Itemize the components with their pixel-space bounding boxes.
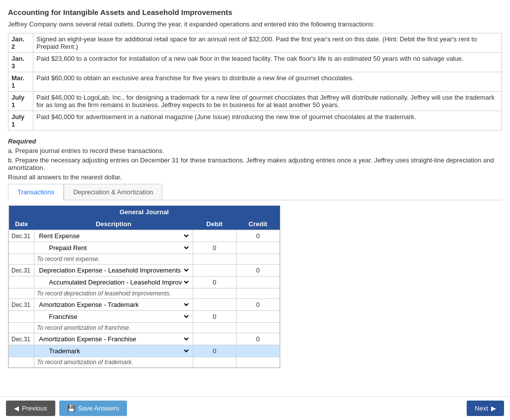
journal-date — [9, 288, 34, 299]
journal-date — [9, 311, 34, 323]
transaction-description: Paid $23,600 to a contractor for install… — [33, 53, 502, 72]
journal-debit — [193, 299, 236, 311]
next-button[interactable]: Next ▶ — [467, 401, 504, 416]
transaction-description: Paid $60,000 to obtain an exclusive area… — [33, 72, 502, 92]
journal-row: Dec.31Rent Expense0 — [9, 230, 280, 242]
journal-row: Franchise0 — [9, 311, 280, 323]
journal-row: Prepaid Rent0 — [9, 242, 280, 254]
journal-credit — [236, 323, 279, 333]
journal-credit — [236, 357, 279, 368]
transaction-description: Paid $46,000 to LogoLab, Inc., for desig… — [33, 92, 502, 111]
journal-credit — [236, 277, 279, 288]
transaction-date: Jan. 3 — [8, 53, 33, 72]
description-select[interactable]: Depreciation Expense - Leasehold Improve… — [37, 266, 190, 275]
journal-row: Dec.31Depreciation Expense - Leasehold I… — [9, 265, 280, 277]
journal-row: To record amortization of trademark. — [9, 357, 280, 368]
journal-description: To record amortization of trademark. — [34, 357, 193, 368]
journal-date — [9, 357, 34, 368]
journal-description: To record depreciation of leasehold impr… — [34, 288, 193, 299]
journal-debit — [193, 333, 236, 345]
journal-debit — [193, 323, 236, 333]
journal-credit: 0 — [236, 230, 279, 242]
description-select[interactable]: Franchise — [37, 312, 190, 321]
journal-table: General Journal Date Description Debit C… — [8, 206, 280, 368]
journal-debit — [193, 265, 236, 277]
table-row: July 1Paid $40,000 for advertisement in … — [8, 111, 502, 131]
journal-debit — [193, 230, 236, 242]
journal-debit: 0 — [193, 311, 236, 323]
journal-description: To record amortization of franchise. — [34, 323, 193, 333]
transaction-date: July 1 — [8, 92, 33, 111]
journal-description[interactable]: Prepaid Rent — [34, 242, 193, 254]
description-select[interactable]: Amortization Expense - Franchise — [37, 335, 190, 343]
required-section: Required a. Prepare journal entries to r… — [8, 138, 502, 181]
save-icon: 💾 — [67, 405, 75, 412]
journal-description[interactable]: Rent Expense — [34, 230, 193, 242]
col-debit: Debit — [193, 218, 236, 230]
required-label: Required — [8, 138, 502, 145]
journal-credit — [236, 345, 279, 357]
journal-credit — [236, 288, 279, 299]
next-arrow-icon: ▶ — [491, 405, 496, 412]
transaction-description: Signed an eight-year lease for additiona… — [33, 33, 502, 53]
journal-debit — [193, 357, 236, 368]
journal-description: To record rent expense. — [34, 254, 193, 265]
transaction-date: Mar. 1 — [8, 72, 33, 92]
journal-description[interactable]: Accumulated Depreciation - Leasehold Imp… — [34, 277, 193, 288]
journal-description[interactable]: Trademark — [34, 345, 193, 357]
description-select[interactable]: Accumulated Depreciation - Leasehold Imp… — [37, 278, 190, 286]
journal-description[interactable]: Amortization Expense - Trademark — [34, 299, 193, 311]
journal-date: Dec.31 — [9, 230, 34, 242]
transaction-description: Paid $40,000 for advertisement in a nati… — [33, 111, 502, 131]
journal-date: Dec.31 — [9, 265, 34, 277]
journal-description[interactable]: Franchise — [34, 311, 193, 323]
journal-credit — [236, 242, 279, 254]
journal-row: To record depreciation of leasehold impr… — [9, 288, 280, 299]
col-description: Description — [34, 218, 193, 230]
tabs-container: Transactions Depreciation & Amortization — [8, 184, 502, 200]
bottom-bar: ◀ Previous 💾 Save Answers Next ▶ — [0, 396, 510, 420]
journal-date: Dec.31 — [9, 299, 34, 311]
journal-date — [9, 345, 34, 357]
col-date: Date — [9, 218, 34, 230]
journal-credit — [236, 311, 279, 323]
save-button[interactable]: 💾 Save Answers — [59, 401, 127, 416]
journal-description[interactable]: Amortization Expense - Franchise — [34, 333, 193, 345]
journal-credit: 0 — [236, 333, 279, 345]
tab-depreciation[interactable]: Depreciation & Amortization — [64, 184, 162, 200]
description-select[interactable]: Prepaid Rent — [37, 244, 190, 252]
intro-text: Jeffrey Company owns several retail outl… — [8, 20, 502, 28]
journal-credit — [236, 254, 279, 265]
journal-debit — [193, 288, 236, 299]
journal-row: To record rent expense. — [9, 254, 280, 265]
journal-description[interactable]: Depreciation Expense - Leasehold Improve… — [34, 265, 193, 277]
description-select[interactable]: Trademark — [37, 347, 190, 355]
page-title: Accounting for Intangible Assets and Lea… — [8, 8, 502, 16]
required-b: b. Prepare the necessary adjusting entri… — [8, 156, 502, 171]
col-credit: Credit — [236, 218, 279, 230]
required-a: a. Prepare journal entries to record the… — [8, 147, 502, 154]
journal-container: General Journal Date Description Debit C… — [8, 205, 280, 368]
journal-row: Dec.31Amortization Expense - Franchise0 — [9, 333, 280, 345]
journal-date — [9, 277, 34, 288]
journal-row: Dec.31Amortization Expense - Trademark0 — [9, 299, 280, 311]
table-row: Jan. 2Signed an eight-year lease for add… — [8, 33, 502, 53]
tab-transactions[interactable]: Transactions — [8, 184, 64, 200]
journal-credit: 0 — [236, 299, 279, 311]
description-select[interactable]: Rent Expense — [37, 232, 190, 240]
journal-debit: 0 — [193, 277, 236, 288]
required-c: Round all answers to the nearest dollar. — [8, 173, 502, 181]
journal-row: To record amortization of franchise. — [9, 323, 280, 333]
journal-title: General Journal — [9, 206, 280, 218]
previous-button[interactable]: ◀ Previous — [6, 401, 55, 416]
prev-arrow-icon: ◀ — [14, 405, 19, 412]
journal-credit: 0 — [236, 265, 279, 277]
transaction-date: July 1 — [8, 111, 33, 131]
journal-date — [9, 242, 34, 254]
table-row: Jan. 3Paid $23,600 to a contractor for i… — [8, 53, 502, 72]
transaction-date: Jan. 2 — [8, 33, 33, 53]
journal-debit — [193, 254, 236, 265]
description-select[interactable]: Amortization Expense - Trademark — [37, 300, 190, 309]
table-row: July 1Paid $46,000 to LogoLab, Inc., for… — [8, 92, 502, 111]
journal-debit: 0 — [193, 345, 236, 357]
